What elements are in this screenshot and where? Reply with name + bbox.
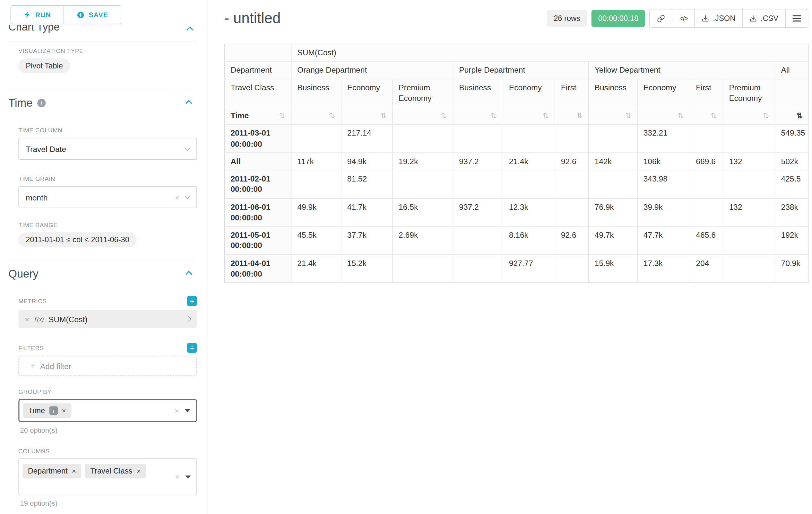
pivot-cell: [589, 124, 637, 153]
pivot-cell: 39.9k: [637, 198, 690, 226]
add-filter-box[interactable]: + Add filter: [18, 356, 197, 376]
columns-chip[interactable]: Department ×: [23, 464, 81, 478]
remove-chip-icon[interactable]: ×: [62, 406, 66, 415]
pivot-cell: 425.5: [775, 170, 809, 198]
lightning-icon: [24, 11, 31, 18]
chart-title: - untitled: [224, 10, 281, 27]
pivot-group-header: Orange Department: [291, 61, 453, 79]
pivot-sort-cell: ⇅: [453, 107, 502, 124]
group-by-select[interactable]: Time i × ×: [18, 399, 197, 422]
pivot-cell: 106k: [637, 153, 690, 170]
plus-circle-icon: [77, 11, 85, 19]
time-grain-select[interactable]: month ×: [18, 186, 197, 208]
chart-header: - untitled 26 rows 00:00:00.18 </> .JSON: [224, 8, 809, 29]
pivot-cell: 937.2: [453, 198, 502, 226]
save-button[interactable]: SAVE: [63, 6, 121, 24]
pivot-row-header: 2011-03-01 00:00:00: [225, 124, 291, 153]
add-filter-plus-button[interactable]: +: [187, 343, 197, 353]
sort-icon[interactable]: ⇅: [441, 111, 447, 121]
pivot-data-row: All117k94.9k19.2k937.221.4k92.6142k106k6…: [225, 153, 809, 170]
add-filter-label: Add filter: [40, 361, 71, 371]
time-header-label: Time: [230, 110, 249, 121]
sort-icon[interactable]: ⇅: [796, 111, 802, 121]
filters-label: FILTERS: [18, 345, 44, 351]
time-column-label: TIME COLUMN: [18, 127, 197, 134]
row-count-badge: 26 rows: [547, 10, 587, 27]
run-button[interactable]: RUN: [11, 6, 63, 24]
link-icon: [657, 15, 665, 23]
pivot-cell: [555, 170, 589, 198]
sort-icon[interactable]: ⇅: [329, 111, 335, 121]
sort-icon[interactable]: ⇅: [625, 111, 631, 121]
time-grain-label: TIME GRAIN: [18, 176, 197, 182]
pivot-sort-cell: ⇅: [723, 107, 775, 124]
columns-label: COLUMNS: [18, 448, 197, 454]
divider: [8, 260, 197, 260]
pivot-sort-cell: ⇅: [637, 107, 690, 124]
chevron-down-icon: [184, 193, 191, 199]
chart-menu-button[interactable]: [785, 9, 809, 28]
pivot-cell: 502k: [775, 153, 809, 170]
pivot-cell: 142k: [589, 153, 637, 170]
chart-type-section-header[interactable]: Chart Type: [8, 25, 197, 36]
remove-metric-icon[interactable]: ×: [25, 315, 29, 324]
pivot-row-header: 2011-04-01 00:00:00: [225, 254, 291, 283]
pivot-group-header: Yellow Department: [589, 61, 775, 79]
group-by-options-hint: 20 option(s): [20, 426, 197, 434]
add-metric-button[interactable]: +: [187, 296, 197, 306]
time-section-title: Time: [8, 97, 32, 109]
clear-icon[interactable]: ×: [175, 472, 179, 481]
pivot-cell: [690, 124, 723, 153]
columns-chip[interactable]: Travel Class ×: [85, 464, 146, 478]
save-button-label: SAVE: [89, 11, 108, 19]
download-icon: [702, 15, 709, 22]
run-save-group: RUN SAVE: [10, 5, 121, 24]
export-json-label: .JSON: [713, 14, 735, 23]
pivot-table-container: SUM(Cost)DepartmentOrange DepartmentPurp…: [224, 44, 809, 283]
copy-link-button[interactable]: [649, 9, 672, 28]
group-by-chip-label: Time: [28, 406, 45, 415]
sort-icon[interactable]: ⇅: [279, 111, 285, 121]
pivot-time-header: Time⇅: [225, 107, 291, 124]
pivot-cell: 927.77: [503, 254, 555, 283]
query-section-header[interactable]: Query: [8, 268, 197, 280]
pivot-class-header: Business: [291, 79, 341, 107]
sort-icon[interactable]: ⇅: [711, 111, 717, 121]
time-section-header[interactable]: Time i: [8, 97, 197, 109]
export-json-button[interactable]: .JSON: [695, 9, 743, 28]
metric-chip[interactable]: × ƒ(x) SUM(Cost): [18, 310, 197, 328]
dropdown-arrow-icon: [185, 409, 190, 412]
remove-chip-icon[interactable]: ×: [72, 467, 76, 475]
export-csv-button[interactable]: .CSV: [742, 9, 786, 28]
chart-type-heading: Chart Type: [8, 25, 60, 34]
run-save-bar: RUN SAVE: [8, 0, 197, 25]
pivot-class-header: Economy: [341, 79, 393, 107]
pivot-sort-cell: ⇅: [341, 107, 393, 124]
sort-icon[interactable]: ⇅: [576, 111, 582, 121]
pivot-cell: 17.3k: [637, 254, 690, 283]
pivot-cell: 49.7k: [589, 226, 637, 255]
pivot-group-header: Purple Department: [453, 61, 588, 79]
time-range-value[interactable]: 2011-01-01 ≤ col < 2011-06-30: [18, 232, 137, 247]
pivot-cell: 37.7k: [341, 226, 393, 255]
view-query-button[interactable]: </>: [672, 9, 695, 28]
clear-icon[interactable]: ×: [175, 406, 179, 415]
sort-icon[interactable]: ⇅: [678, 111, 684, 121]
sort-icon[interactable]: ⇅: [763, 111, 769, 121]
columns-select[interactable]: Department × Travel Class × ×: [18, 458, 197, 495]
sort-icon[interactable]: ⇅: [491, 111, 497, 121]
group-by-chip[interactable]: Time i ×: [23, 403, 71, 418]
pivot-cell: [291, 124, 341, 153]
pivot-cell: [690, 170, 723, 198]
time-grain-value: month: [26, 193, 48, 202]
sort-icon[interactable]: ⇅: [380, 111, 386, 121]
visualization-type-value[interactable]: Pivot Table: [18, 58, 70, 73]
remove-chip-icon[interactable]: ×: [137, 467, 141, 475]
pivot-class-header: Premium Economy: [393, 79, 453, 107]
clear-icon[interactable]: ×: [175, 193, 179, 202]
time-column-select[interactable]: Travel Date: [18, 138, 197, 160]
pivot-sort-cell: ⇅: [589, 107, 637, 124]
pivot-data-row: 2011-03-01 00:00:00217.14332.21549.35: [225, 124, 809, 153]
sort-icon[interactable]: ⇅: [543, 111, 549, 121]
columns-options-hint: 19 option(s): [20, 499, 197, 508]
